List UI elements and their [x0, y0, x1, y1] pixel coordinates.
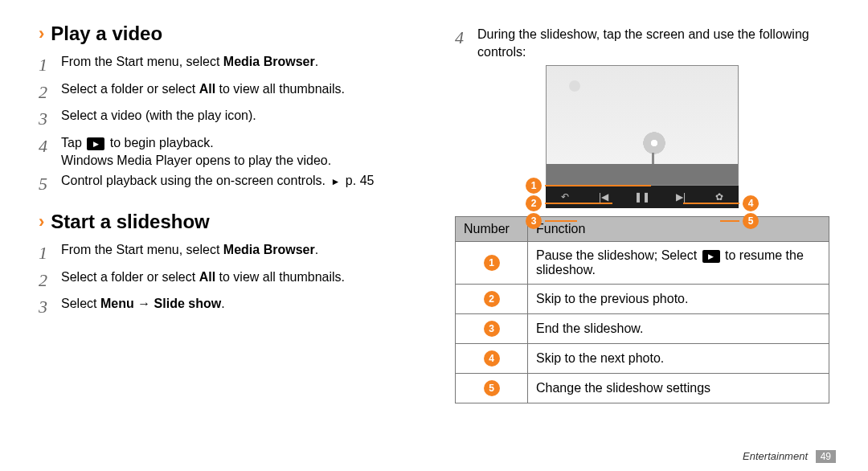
slideshow-controls-step: 4 During the slideshow, tap the screen a… — [455, 26, 829, 60]
row-badge: 2 — [484, 291, 500, 307]
footer-section: Entertainment — [743, 450, 808, 462]
step-item: 2Select a folder or select All to view a… — [39, 80, 413, 104]
cell-number: 3 — [456, 314, 528, 344]
step-number: 1 — [39, 53, 61, 77]
callout-badge: 2 — [526, 195, 542, 211]
slideshow-figure: ↶|◀❚❚▶|✿ 1 2 3 4 — [534, 65, 751, 208]
row-badge: 4 — [484, 350, 500, 367]
cell-number: 5 — [456, 374, 528, 403]
step-number: 1 — [39, 241, 61, 265]
chevron-icon: › — [39, 23, 44, 44]
step-body: Select a folder or select All to view al… — [61, 268, 413, 286]
table-row: 4Skip to the next photo. — [456, 344, 829, 374]
function-table: Number Function 1Pause the slideshow; Se… — [455, 216, 829, 403]
left-column: › Play a video 1From the Start menu, sel… — [31, 23, 434, 463]
cell-function: Change the slideshow settings — [528, 374, 829, 403]
cell-number: 2 — [456, 285, 528, 314]
bold-term: Media Browser — [223, 55, 315, 68]
bold-term: Menu → Slide show — [100, 297, 221, 310]
callout-leader — [683, 203, 739, 204]
cell-number: 1 — [456, 242, 528, 285]
step-item: 5Control playback using the on-screen co… — [39, 172, 413, 196]
step-number: 3 — [39, 295, 61, 319]
cell-function: End the slideshow. — [528, 314, 829, 344]
callout-leader — [545, 203, 612, 204]
step-item: 3Select Menu → Slide show. — [39, 295, 413, 319]
cell-function: Pause the slideshow; Select to resume th… — [528, 242, 829, 285]
step-number: 4 — [39, 134, 61, 158]
step-number: 3 — [39, 107, 61, 131]
callout-leader — [545, 185, 651, 186]
step-body: Control playback using the on-screen con… — [61, 172, 413, 190]
callout-badge: 5 — [743, 213, 759, 229]
step-item: 4 During the slideshow, tap the screen a… — [455, 26, 829, 60]
step-number: 5 — [39, 172, 61, 196]
callout-leader — [545, 220, 577, 222]
callout-layer: 1 2 3 4 5 — [534, 65, 751, 208]
play-icon — [87, 137, 104, 150]
row-badge: 5 — [484, 380, 500, 396]
callout-1: 1 — [526, 178, 651, 194]
heading-text: Start a slideshow — [51, 211, 209, 233]
heading-play-video: › Play a video — [39, 23, 413, 45]
step-body: Tap to begin playback.Windows Media Play… — [61, 134, 413, 169]
page: › Play a video 1From the Start menu, sel… — [0, 0, 868, 471]
callout-2: 2 — [526, 195, 612, 211]
step-number: 4 — [455, 26, 477, 50]
step-body: From the Start menu, select Media Browse… — [61, 241, 413, 259]
table-row: 3End the slideshow. — [456, 314, 829, 344]
step-number: 2 — [39, 80, 61, 104]
start-slideshow-steps: 1From the Start menu, select Media Brows… — [39, 241, 413, 319]
bold-term: All — [199, 270, 215, 284]
heading-start-slideshow: › Start a slideshow — [39, 211, 413, 233]
bold-term: All — [199, 82, 215, 96]
step-item: 1From the Start menu, select Media Brows… — [39, 53, 413, 77]
heading-text: Play a video — [51, 23, 162, 45]
reference-arrow-icon — [330, 174, 342, 187]
callout-5: 5 — [720, 213, 759, 229]
step-item: 1From the Start menu, select Media Brows… — [39, 241, 413, 265]
callout-badge: 3 — [526, 213, 542, 229]
callout-4: 4 — [683, 195, 759, 211]
step-body: Select a video (with the play icon). — [61, 107, 413, 125]
callout-badge: 1 — [526, 178, 542, 194]
chevron-icon: › — [39, 211, 44, 232]
callout-badge: 4 — [743, 195, 759, 211]
step-body: Select Menu → Slide show. — [61, 295, 413, 313]
step-body: From the Start menu, select Media Browse… — [61, 53, 413, 71]
cell-function: Skip to the next photo. — [528, 344, 829, 374]
table-row: 5Change the slideshow settings — [456, 374, 829, 403]
cell-number: 4 — [456, 344, 528, 374]
row-badge: 1 — [484, 255, 500, 271]
step-item: 4Tap to begin playback.Windows Media Pla… — [39, 134, 413, 169]
play-icon — [702, 250, 720, 263]
step-item: 2Select a folder or select All to view a… — [39, 268, 413, 293]
table-row: 2Skip to the previous photo. — [456, 285, 829, 314]
step-body: Select a folder or select All to view al… — [61, 80, 413, 98]
table-header-row: Number Function — [456, 217, 829, 242]
step-item: 3Select a video (with the play icon). — [39, 107, 413, 131]
cell-function: Skip to the previous photo. — [528, 285, 829, 314]
right-column: 4 During the slideshow, tap the screen a… — [434, 23, 837, 463]
step-body: During the slideshow, tap the screen and… — [477, 26, 829, 60]
play-video-steps: 1From the Start menu, select Media Brows… — [39, 53, 413, 196]
bold-term: Media Browser — [223, 243, 315, 256]
callout-leader — [720, 220, 739, 222]
callout-3: 3 — [526, 213, 577, 229]
footer-page-number: 49 — [816, 450, 836, 463]
row-badge: 3 — [484, 321, 500, 337]
col-number: Number — [456, 217, 528, 242]
step-number: 2 — [39, 268, 61, 293]
table-row: 1Pause the slideshow; Select to resume t… — [456, 242, 829, 285]
page-footer: Entertainment 49 — [743, 450, 836, 463]
